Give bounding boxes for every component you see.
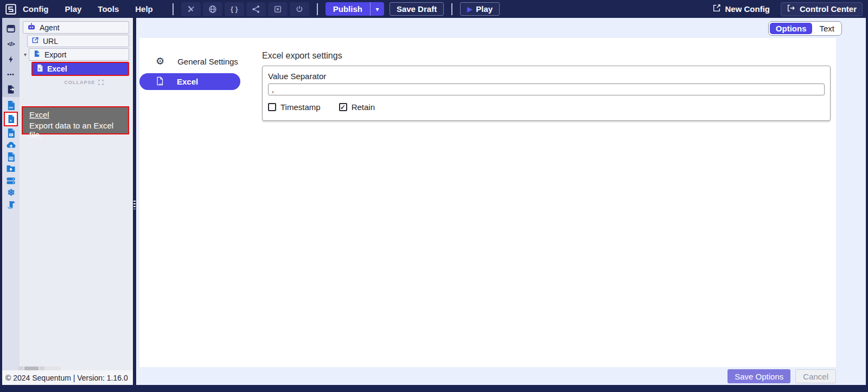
save-draft-label: Save Draft — [397, 4, 437, 14]
cancel-button[interactable]: Cancel — [795, 369, 836, 383]
menu-config[interactable]: Config — [23, 4, 48, 14]
settings-nav: ⚙ General Settings csv Excel — [139, 38, 262, 367]
snowflake-icon[interactable]: ❄ — [5, 187, 17, 198]
new-config-label: New Config — [725, 4, 770, 14]
excel-tooltip: Excel Export data to an Excel file. — [22, 106, 129, 134]
retain-checkbox-item[interactable]: Retain — [339, 102, 375, 112]
box-cancel-icon — [273, 5, 282, 14]
db-file-icon[interactable]: db — [5, 127, 17, 138]
command-icon-strip: </> ••• csv x — [2, 18, 20, 370]
scroll-left-arrow[interactable] — [18, 367, 23, 370]
menu-bar: Config Play Tools Help — [23, 4, 153, 14]
tree-item-label: URL — [43, 37, 58, 46]
ellipsis-icon[interactable]: ••• — [4, 68, 17, 81]
divider — [317, 3, 318, 15]
divider — [451, 3, 452, 15]
toolbar-icon-buttons: { } — [181, 2, 309, 16]
top-bar: Config Play Tools Help { } — [0, 0, 868, 18]
expand-corners-icon — [98, 78, 104, 87]
agent-tree-panel: Agent URL ▾ — [20, 18, 133, 370]
control-center-button[interactable]: Control Center — [781, 2, 863, 16]
page-title: Excel export settings — [262, 51, 831, 61]
csv-file-icon: csv — [156, 76, 164, 87]
nav-item-label: Excel — [177, 77, 198, 86]
globe-icon — [208, 5, 217, 14]
parquet-file-icon[interactable] — [5, 151, 17, 162]
splitter-grip-icon[interactable] — [133, 201, 136, 209]
menu-play[interactable]: Play — [65, 4, 81, 14]
version-text: © 2024 Sequentum | Version: 1.16.0 — [2, 370, 133, 382]
tooltip-title: Excel — [29, 110, 122, 119]
share-nodes-button[interactable] — [246, 2, 266, 16]
bolt-icon[interactable] — [4, 53, 17, 66]
box-cancel-button[interactable] — [268, 2, 288, 16]
menu-help[interactable]: Help — [135, 4, 153, 14]
svg-text:x: x — [10, 118, 12, 122]
tree-item-label: Excel — [47, 65, 67, 73]
drive-icon[interactable] — [5, 175, 17, 186]
command-icons-bottom: csv x db — [2, 97, 20, 370]
play-icon: ▶ — [467, 5, 472, 13]
power-button[interactable] — [290, 2, 309, 16]
browser-icon[interactable] — [4, 22, 17, 35]
menu-tools[interactable]: Tools — [98, 4, 119, 14]
tree-item-export[interactable]: Export — [29, 48, 129, 61]
tree-row-url: URL — [20, 35, 129, 47]
new-config-button[interactable]: New Config — [712, 4, 770, 14]
checkbox-row: Timestamp Retain — [268, 102, 825, 112]
tooltip-description: Export data to an Excel file. — [29, 121, 122, 139]
power-icon — [295, 5, 304, 14]
divider — [173, 3, 174, 15]
tools-button[interactable] — [181, 2, 201, 16]
folder-upload-icon[interactable] — [5, 163, 17, 174]
main-top-strip: Options Text — [136, 18, 866, 38]
excel-file-icon-highlighted[interactable]: x — [4, 112, 18, 126]
checkbox-label: Retain — [352, 102, 375, 112]
collapse-control[interactable]: COLLAPSE — [35, 78, 133, 87]
status-footer: © 2024 Sequentum | Version: 1.16.0 — [2, 370, 133, 385]
tree-item-excel-selected[interactable]: x Excel — [31, 62, 129, 76]
retain-checkbox[interactable] — [339, 103, 347, 111]
tree-item-agent[interactable]: Agent — [23, 21, 129, 34]
nav-item-excel-selected[interactable]: csv Excel — [139, 73, 240, 90]
control-center-label: Control Center — [800, 4, 857, 14]
script-icon[interactable] — [5, 199, 17, 210]
publish-button[interactable]: Publish — [326, 2, 370, 16]
svg-text:csv: csv — [159, 82, 163, 85]
code-icon[interactable]: </> — [4, 37, 17, 50]
cloud-upload-icon[interactable] — [5, 139, 17, 150]
toggle-text[interactable]: Text — [813, 23, 840, 34]
save-draft-button[interactable]: Save Draft — [390, 2, 444, 16]
timestamp-checkbox[interactable] — [268, 103, 276, 111]
nav-item-general-settings[interactable]: ⚙ General Settings — [139, 52, 262, 71]
play-label: Play — [476, 4, 493, 14]
save-options-button[interactable]: Save Options — [727, 369, 790, 383]
checkbox-label: Timestamp — [280, 102, 321, 112]
gear-icon: ⚙ — [156, 55, 164, 67]
scrollbar-thumb[interactable] — [24, 367, 39, 370]
tree-expand-caret[interactable]: ▾ — [22, 52, 29, 57]
braces-button[interactable]: { } — [225, 2, 244, 16]
play-button[interactable]: ▶ Play — [460, 2, 500, 16]
tree-item-url[interactable]: URL — [27, 35, 129, 47]
app-window: Config Play Tools Help { } — [0, 0, 868, 392]
file-export-icon[interactable] — [4, 83, 17, 96]
chevron-down-icon: ▾ — [375, 5, 379, 13]
publish-dropdown-button[interactable]: ▾ — [370, 2, 384, 16]
panel-splitter[interactable] — [133, 18, 136, 385]
tree-row-export: ▾ Export — [20, 48, 129, 61]
timestamp-checkbox-item[interactable]: Timestamp — [268, 102, 321, 112]
csv-file-icon[interactable]: csv — [5, 100, 17, 111]
sequentum-logo-icon — [4, 3, 17, 16]
exit-arrow-icon — [787, 4, 795, 14]
tree-item-label: Agent — [40, 23, 60, 32]
value-separator-input[interactable] — [268, 83, 825, 95]
nav-item-label: General Settings — [177, 57, 238, 66]
scroll-right-arrow[interactable] — [40, 367, 44, 370]
settings-panel: ⚙ General Settings csv Excel Excel expor… — [139, 38, 836, 367]
edit-square-icon — [712, 4, 721, 14]
tree-row-agent: Agent — [20, 21, 129, 34]
toggle-options[interactable]: Options — [770, 23, 813, 34]
horizontal-scrollbar[interactable] — [18, 367, 61, 370]
globe-button[interactable] — [203, 2, 222, 16]
